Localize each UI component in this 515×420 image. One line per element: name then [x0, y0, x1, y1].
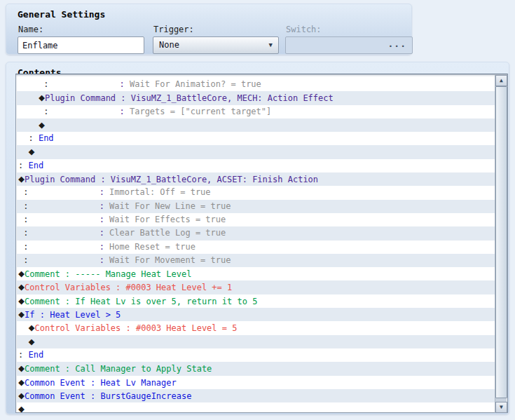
event-editor-window: { "general": { "title": "General Setting… [0, 0, 515, 420]
trigger-selected-value: None [159, 40, 179, 50]
command-text: Plugin Command : VisuMZ_1_BattleCore, AC… [25, 175, 318, 184]
command-diamond-icon: ◆ [18, 294, 25, 307]
switch-field: ... [285, 36, 413, 54]
command-text: Common Event : BurstGaugeIncrease [25, 391, 191, 401]
command-text: : [99, 201, 109, 211]
event-command-row[interactable]: ◆Common Event : Heat Lv Manager [17, 376, 496, 389]
command-text: Control Variables : #0003 Heat Level += … [25, 283, 232, 292]
command-text: Wait For Animation? = true [130, 79, 261, 89]
event-command-row[interactable]: : : Targets = ["current target"] [17, 105, 496, 118]
switch-label: Switch: [286, 25, 322, 34]
name-input[interactable] [18, 36, 144, 54]
command-text: : [99, 215, 109, 224]
command-text [18, 323, 28, 333]
command-text: : [99, 187, 109, 197]
command-text: Wait For Movement = true [109, 255, 231, 265]
command-text [28, 242, 99, 252]
command-diamond-icon: ◆ [39, 118, 45, 131]
general-settings-panel: General Settings Name: Trigger: None ▼ S… [6, 4, 412, 55]
command-text [18, 337, 28, 347]
event-command-row[interactable]: : : Home Reset = true [17, 241, 496, 254]
command-text [28, 255, 99, 265]
command-text: Control Variables : #0003 Heat Level = 5 [34, 323, 237, 333]
command-text [28, 228, 99, 238]
command-text [18, 93, 39, 103]
event-command-row[interactable]: ◆Control Variables : #0003 Heat Level +=… [17, 280, 496, 294]
event-command-row[interactable]: : : Immortal: Off = true [17, 186, 496, 199]
command-text: If : Heat Level > 5 [25, 310, 121, 320]
event-command-row[interactable]: ◆Plugin Command : VisuMZ_1_BattleCore, A… [17, 172, 496, 186]
command-text: : [28, 133, 38, 143]
command-text: Immortal: Off = true [109, 187, 211, 197]
command-diamond-icon: ◆ [28, 335, 34, 348]
command-text [18, 107, 43, 116]
event-command-row[interactable]: : End [17, 348, 496, 362]
command-diamond-icon: ◆ [18, 376, 25, 388]
command-text: : [99, 228, 109, 238]
command-diamond-icon: ◆ [18, 402, 25, 412]
event-command-row[interactable]: : : Wait For Movement = true [17, 254, 496, 267]
event-command-row[interactable]: ◆ [17, 335, 496, 348]
command-text: Comment : If Heat Lv is over 5, return i… [25, 297, 257, 306]
event-command-row[interactable]: : End [17, 159, 496, 172]
event-command-listbox: : : Wait For Animation? = true ◆Plugin C… [15, 74, 508, 413]
scrollbar[interactable]: ▲ ▼ [495, 75, 507, 413]
event-command-row[interactable]: ◆Comment : Call Manager to Apply State [17, 362, 496, 375]
command-text: Comment : ----- Manage Heat Level [25, 269, 191, 279]
scroll-down-icon: ▼ [500, 404, 503, 410]
event-command-row[interactable]: : End [17, 132, 496, 145]
command-diamond-icon: ◆ [18, 308, 25, 320]
trigger-dropdown[interactable]: None ▼ [153, 36, 279, 54]
event-command-row[interactable]: ◆ [17, 402, 496, 412]
event-command-row[interactable]: : : Clear Battle Log = true [17, 226, 496, 240]
command-text [28, 187, 99, 197]
command-text: Comment : Call Manager to Apply State [25, 364, 212, 374]
command-text: Targets = ["current target"] [130, 107, 271, 116]
scrollbar-down-button[interactable]: ▼ [495, 402, 507, 413]
command-diamond-icon: ◆ [39, 91, 45, 104]
command-text: End [28, 161, 43, 170]
command-diamond-icon: ◆ [18, 389, 25, 402]
command-diamond-icon: ◆ [18, 362, 25, 374]
event-command-row[interactable]: ◆If : Heat Level > 5 [17, 308, 496, 321]
event-command-row[interactable]: ◆Plugin Command : VisuMZ_1_BattleCore, M… [17, 91, 496, 104]
name-label: Name: [18, 25, 43, 34]
command-text: : [99, 255, 109, 265]
command-text: End [28, 350, 43, 360]
event-command-row[interactable]: ◆Comment : If Heat Lv is over 5, return … [17, 294, 496, 308]
event-command-row[interactable]: ◆Control Variables : #0003 Heat Level = … [17, 321, 496, 334]
command-text: : [18, 161, 28, 170]
command-text: End [39, 133, 54, 143]
command-text [18, 79, 43, 89]
command-text: : [18, 350, 28, 360]
command-text [28, 215, 99, 224]
event-command-list: : : Wait For Animation? = true ◆Plugin C… [17, 78, 496, 412]
scrollbar-thumb[interactable] [495, 86, 507, 398]
switch-browse-button[interactable]: ... [388, 37, 406, 50]
event-command-row[interactable]: ◆Comment : ----- Manage Heat Level [17, 267, 496, 280]
event-command-row[interactable]: ◆Common Event : BurstGaugeIncrease [17, 389, 496, 402]
event-command-row[interactable]: ◆ [17, 145, 496, 158]
event-command-row[interactable]: ◆ [17, 118, 496, 132]
event-command-row[interactable]: : : Wait For Animation? = true [17, 78, 496, 91]
command-text: : [99, 242, 109, 252]
command-text: Wait For Effects = true [109, 215, 226, 224]
command-text [18, 133, 28, 143]
trigger-label: Trigger: [153, 25, 194, 34]
command-text [18, 147, 28, 157]
command-diamond-icon: ◆ [28, 145, 34, 158]
command-text [28, 201, 99, 211]
command-diamond-icon: ◆ [18, 280, 25, 293]
event-command-row[interactable]: : : Wait For Effects = true [17, 213, 496, 226]
command-diamond-icon: ◆ [18, 172, 25, 185]
chevron-down-icon: ▼ [269, 37, 273, 53]
general-settings-title: General Settings [18, 9, 105, 20]
event-command-row[interactable]: : : Wait For New Line = true [17, 200, 496, 213]
command-text [48, 107, 119, 116]
scroll-up-icon: ▲ [500, 77, 503, 83]
command-text: Wait For New Line = true [109, 201, 231, 211]
scrollbar-up-button[interactable]: ▲ [495, 75, 507, 86]
command-text [18, 121, 39, 130]
command-diamond-icon: ◆ [18, 267, 25, 280]
command-text: Common Event : Heat Lv Manager [25, 378, 177, 388]
